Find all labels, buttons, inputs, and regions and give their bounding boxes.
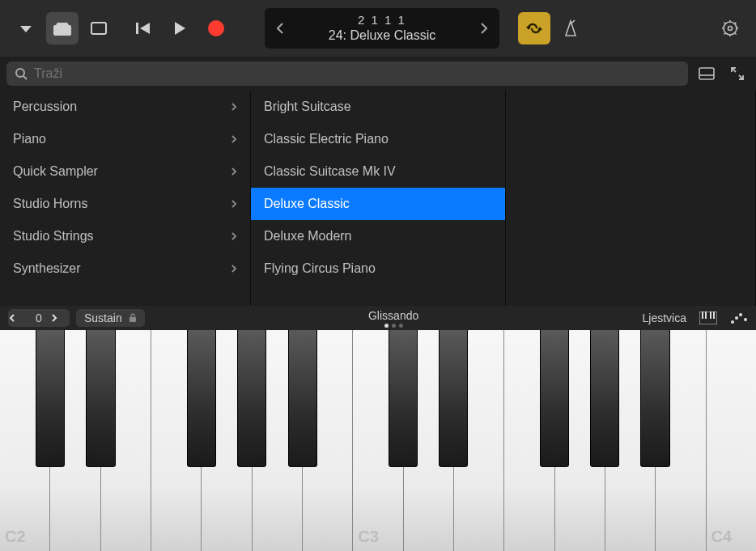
lock-icon <box>129 313 137 323</box>
black-key[interactable] <box>590 330 619 467</box>
black-key[interactable] <box>389 330 418 467</box>
panel-toggle-button[interactable] <box>694 61 719 86</box>
category-row[interactable]: Studio Strings <box>0 220 250 252</box>
black-key[interactable] <box>86 330 115 467</box>
black-key[interactable] <box>237 330 266 467</box>
keyboard-mode-label: Glissando <box>151 309 636 322</box>
detail-column <box>506 91 756 306</box>
svg-rect-28 <box>713 312 715 319</box>
white-key[interactable]: C4 <box>707 330 756 551</box>
svg-point-32 <box>744 318 747 321</box>
preset-label: Flying Circus Piano <box>264 261 376 276</box>
category-label: Synthesizer <box>13 261 81 276</box>
lcd-display: 2 1 1 1 24: Deluxe Classic <box>265 8 499 49</box>
svg-rect-26 <box>705 312 707 319</box>
black-key[interactable] <box>640 330 669 467</box>
category-row[interactable]: Studio Horns <box>0 188 250 220</box>
search-bar <box>0 57 756 91</box>
scale-button[interactable]: Ljestvica <box>643 312 686 324</box>
category-column: PercussionPianoQuick SamplerStudio Horns… <box>0 91 251 306</box>
chevron-right-icon <box>231 134 237 144</box>
svg-point-17 <box>16 69 24 77</box>
preset-row[interactable]: Deluxe Classic <box>251 188 505 220</box>
svg-marker-4 <box>175 22 185 35</box>
keyboard-control-bar: 0 Sustain Glissando Ljestvica <box>0 306 756 330</box>
chevron-right-icon <box>231 199 237 209</box>
cycle-button[interactable] <box>518 12 550 45</box>
svg-rect-23 <box>130 317 136 322</box>
record-icon <box>208 20 224 36</box>
black-key[interactable] <box>36 330 65 467</box>
category-row[interactable]: Piano <box>0 123 250 155</box>
play-button[interactable] <box>164 12 196 45</box>
category-label: Quick Sampler <box>13 164 98 179</box>
black-key[interactable] <box>540 330 569 467</box>
piano-keyboard[interactable]: C2C3C4 <box>0 330 756 551</box>
prev-patch-button[interactable] <box>265 8 294 49</box>
octave-value: 0 <box>28 312 50 324</box>
preset-label: Classic Suitcase Mk IV <box>264 164 396 179</box>
svg-line-14 <box>734 32 736 34</box>
playhead-position: 2 1 1 1 <box>302 13 462 28</box>
view-button[interactable] <box>83 12 115 45</box>
svg-line-16 <box>724 32 726 34</box>
key-label: C4 <box>711 528 733 546</box>
preset-row[interactable]: Flying Circus Piano <box>251 252 505 285</box>
search-icon <box>15 67 28 80</box>
category-label: Piano <box>13 132 46 146</box>
search-field[interactable] <box>6 61 688 86</box>
preset-column: Bright SuitcaseClassic Electric PianoCla… <box>251 91 506 306</box>
sustain-label: Sustain <box>84 312 122 324</box>
preset-label: Bright Suitcase <box>264 100 351 114</box>
black-key[interactable] <box>288 330 317 467</box>
sound-browser: PercussionPianoQuick SamplerStudio Horns… <box>0 91 756 306</box>
svg-point-8 <box>728 27 733 31</box>
svg-line-13 <box>724 23 726 24</box>
menu-button[interactable] <box>10 12 42 45</box>
svg-marker-5 <box>566 21 575 36</box>
category-row[interactable]: Synthesizer <box>0 252 250 285</box>
svg-marker-0 <box>20 26 32 32</box>
chevron-right-icon <box>231 102 237 112</box>
category-row[interactable]: Quick Sampler <box>0 155 250 188</box>
library-button[interactable] <box>46 12 79 45</box>
sustain-button[interactable]: Sustain <box>76 309 145 327</box>
track-name[interactable]: 24: Deluxe Classic <box>302 28 462 43</box>
keyboard-mode-selector[interactable]: Glissando <box>151 309 636 328</box>
rewind-button[interactable] <box>127 12 159 45</box>
next-patch-button[interactable] <box>470 8 499 49</box>
arpeggiator-icon[interactable] <box>730 312 748 324</box>
octave-up-button[interactable] <box>50 313 70 323</box>
metronome-button[interactable] <box>554 12 587 45</box>
preset-label: Deluxe Classic <box>264 197 350 211</box>
svg-rect-25 <box>702 312 703 319</box>
svg-rect-2 <box>136 23 138 34</box>
category-row[interactable]: Percussion <box>0 91 250 123</box>
key-label: C3 <box>358 528 379 546</box>
black-key[interactable] <box>439 330 468 467</box>
octave-stepper: 0 <box>8 309 70 327</box>
page-dots <box>151 324 636 328</box>
chevron-right-icon <box>231 167 237 176</box>
keyboard-layout-icon[interactable] <box>699 312 717 324</box>
svg-rect-1 <box>91 23 106 34</box>
svg-line-15 <box>734 23 736 24</box>
preset-row[interactable]: Classic Electric Piano <box>251 123 505 155</box>
preset-row[interactable]: Bright Suitcase <box>251 91 505 123</box>
svg-point-29 <box>731 320 734 324</box>
svg-point-31 <box>739 313 742 316</box>
record-button[interactable] <box>200 12 232 45</box>
category-label: Studio Strings <box>13 229 94 244</box>
svg-rect-19 <box>699 68 714 79</box>
black-key[interactable] <box>187 330 216 467</box>
preset-label: Classic Electric Piano <box>264 132 389 146</box>
octave-down-button[interactable] <box>8 313 28 323</box>
settings-button[interactable] <box>714 12 746 45</box>
category-label: Studio Horns <box>13 197 88 211</box>
preset-label: Deluxe Modern <box>264 229 352 244</box>
preset-row[interactable]: Classic Suitcase Mk IV <box>251 155 505 188</box>
category-label: Percussion <box>13 100 77 114</box>
preset-row[interactable]: Deluxe Modern <box>251 220 505 252</box>
search-input[interactable] <box>34 66 680 81</box>
fullscreen-button[interactable] <box>725 61 750 86</box>
